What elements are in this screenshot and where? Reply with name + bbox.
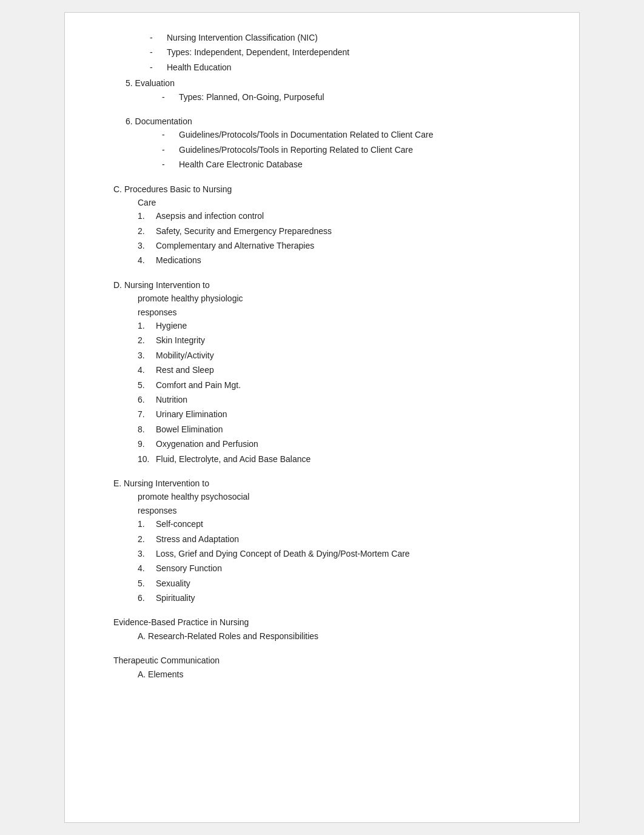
section-c-items: 1. Asepsis and infection control 2. Safe…	[138, 209, 549, 267]
section-d-num-10: 10.	[138, 452, 156, 466]
section-g-header: Therapeutic Communication	[113, 654, 549, 667]
section-d-text-1: Hygiene	[156, 319, 187, 332]
section-e-items: 1. Self-concept 2. Stress and Adaptation…	[138, 517, 549, 605]
section-e-num-2: 2.	[138, 532, 156, 546]
section-e-text-3: Loss, Grief and Dying Concept of Death &…	[156, 547, 410, 560]
section-e-text-5: Sexuality	[156, 577, 190, 590]
section-d-item-6: 6. Nutrition	[138, 393, 549, 406]
section-e-item-1: 1. Self-concept	[138, 517, 549, 531]
section-c-item-3: 3. Complementary and Alternative Therapi…	[138, 239, 549, 252]
section-d-item-1: 1. Hygiene	[138, 319, 549, 332]
section-e-num-6: 6.	[138, 591, 156, 605]
section-e-item-6: 6. Spirituality	[138, 591, 549, 605]
section-c-num-1: 1.	[138, 209, 156, 223]
section-e-text-2: Stress and Adaptation	[156, 532, 239, 546]
item6-label: 6. Documentation	[126, 115, 549, 128]
item6-sub: - Guidelines/Protocols/Tools in Document…	[162, 128, 549, 171]
section-d-text-5: Comfort and Pain Mgt.	[156, 378, 241, 392]
section-d-item-10: 10. Fluid, Electrolyte, and Acid Base Ba…	[138, 452, 549, 466]
section-c-text-1: Asepsis and infection control	[156, 209, 264, 223]
item6-sub-1: - Guidelines/Protocols/Tools in Document…	[162, 128, 549, 141]
section-d-header: D. Nursing Intervention to	[113, 278, 549, 292]
section-d-item-9: 9. Oxygenation and Perfusion	[138, 437, 549, 451]
item5-section: 5. Evaluation - Types: Planned, On-Going…	[126, 76, 549, 104]
section-d-sub2: responses	[138, 306, 549, 319]
section-g-suba: A. Elements	[138, 668, 549, 681]
section-d-num-4: 4.	[138, 363, 156, 377]
bullet-item-1: - Nursing Intervention Classification (N…	[150, 31, 549, 44]
section-c-num-3: 3.	[138, 239, 156, 252]
dash-icon-2: -	[150, 45, 162, 59]
section-d-num-6: 6.	[138, 393, 156, 406]
dash-icon-5: -	[162, 90, 174, 104]
dash-icon-6b: -	[162, 143, 174, 156]
page-content: - Nursing Intervention Classification (N…	[64, 12, 580, 823]
section-d-text-7: Urinary Elimination	[156, 407, 227, 421]
bullet-item-2: - Types: Independent, Dependent, Interde…	[150, 45, 549, 59]
section-d-text-6: Nutrition	[156, 393, 187, 406]
section-e: E. Nursing Intervention to promote healt…	[113, 477, 549, 605]
section-d-item-7: 7. Urinary Elimination	[138, 407, 549, 421]
section-c-num-4: 4.	[138, 253, 156, 267]
section-d-text-2: Skin Integrity	[156, 334, 205, 347]
section-c: C. Procedures Basic to Nursing Care 1. A…	[113, 183, 549, 267]
section-e-text-6: Spirituality	[156, 591, 195, 605]
section-c-item-2: 2. Safety, Security and Emergency Prepar…	[138, 224, 549, 238]
section-d: D. Nursing Intervention to promote healt…	[113, 278, 549, 466]
section-d-text-10: Fluid, Electrolyte, and Acid Base Balanc…	[156, 452, 310, 466]
section-e-text-4: Sensory Function	[156, 562, 222, 575]
section-d-num-7: 7.	[138, 407, 156, 421]
item5-sub-1: - Types: Planned, On-Going, Purposeful	[162, 90, 549, 104]
dash-icon-1: -	[150, 31, 162, 44]
section-c-text-2: Safety, Security and Emergency Preparedn…	[156, 224, 332, 238]
item6-sub-text-2: Guidelines/Protocols/Tools in Reporting …	[179, 143, 413, 156]
section-f-header: Evidence-Based Practice in Nursing	[113, 615, 549, 629]
section-d-item-5: 5. Comfort and Pain Mgt.	[138, 378, 549, 392]
section-e-item-2: 2. Stress and Adaptation	[138, 532, 549, 546]
item5-sub: - Types: Planned, On-Going, Purposeful	[162, 90, 549, 104]
item6-section: 6. Documentation - Guidelines/Protocols/…	[126, 115, 549, 172]
item6-sub-2: - Guidelines/Protocols/Tools in Reportin…	[162, 143, 549, 156]
section-c-text-3: Complementary and Alternative Therapies	[156, 239, 314, 252]
section-e-num-5: 5.	[138, 577, 156, 590]
section-e-text-1: Self-concept	[156, 517, 203, 531]
section-d-text-3: Mobility/Activity	[156, 349, 214, 362]
bullet-text-3: Health Education	[167, 61, 232, 74]
section-e-sub2: responses	[138, 504, 549, 517]
section-f: Evidence-Based Practice in Nursing A. Re…	[113, 615, 549, 643]
top-bullets-section: - Nursing Intervention Classification (N…	[150, 31, 549, 74]
section-d-num-5: 5.	[138, 378, 156, 392]
section-c-item-4: 4. Medications	[138, 253, 549, 267]
section-d-text-9: Oxygenation and Perfusion	[156, 437, 258, 451]
bullet-text-2: Types: Independent, Dependent, Interdepe…	[167, 45, 349, 59]
section-e-header: E. Nursing Intervention to	[113, 477, 549, 490]
section-d-items: 1. Hygiene 2. Skin Integrity 3. Mobility…	[138, 319, 549, 466]
bullet-item-3: - Health Education	[150, 61, 549, 74]
section-d-item-8: 8. Bowel Elimination	[138, 423, 549, 436]
item6-sub-text-3: Health Care Electronic Database	[179, 158, 303, 171]
section-e-item-4: 4. Sensory Function	[138, 562, 549, 575]
item6-sub-3: - Health Care Electronic Database	[162, 158, 549, 171]
item5-label: 5. Evaluation	[126, 76, 549, 90]
section-d-text-4: Rest and Sleep	[156, 363, 214, 377]
section-e-sub1: promote healthy psychosocial	[138, 490, 549, 503]
section-c-num-2: 2.	[138, 224, 156, 238]
section-f-suba: A. Research-Related Roles and Responsibi…	[138, 629, 549, 643]
dash-icon-3: -	[150, 61, 162, 74]
section-c-text-4: Medications	[156, 253, 201, 267]
section-e-num-1: 1.	[138, 517, 156, 531]
section-c-header: C. Procedures Basic to Nursing	[113, 183, 549, 196]
section-e-num-4: 4.	[138, 562, 156, 575]
section-d-num-3: 3.	[138, 349, 156, 362]
section-d-item-4: 4. Rest and Sleep	[138, 363, 549, 377]
section-d-num-1: 1.	[138, 319, 156, 332]
section-d-item-2: 2. Skin Integrity	[138, 334, 549, 347]
section-d-num-8: 8.	[138, 423, 156, 436]
section-d-num-2: 2.	[138, 334, 156, 347]
section-e-item-5: 5. Sexuality	[138, 577, 549, 590]
section-g: Therapeutic Communication A. Elements	[113, 654, 549, 681]
section-e-num-3: 3.	[138, 547, 156, 560]
item5-sub-text-1: Types: Planned, On-Going, Purposeful	[179, 90, 324, 104]
section-c-item-1: 1. Asepsis and infection control	[138, 209, 549, 223]
section-d-text-8: Bowel Elimination	[156, 423, 223, 436]
